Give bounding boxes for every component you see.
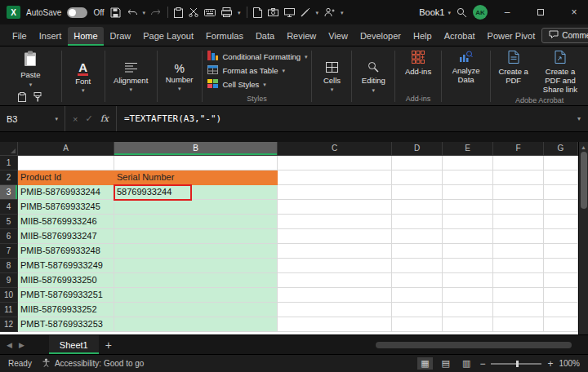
cell-F5[interactable] [493, 215, 544, 229]
save-icon[interactable] [110, 7, 121, 18]
formula-input[interactable]: =TEXTAFTER(A3,"-") [117, 113, 570, 124]
row-header-6[interactable]: 6 [0, 229, 18, 244]
normal-view-button[interactable]: ▦ [417, 357, 432, 370]
new-document-icon[interactable] [253, 7, 262, 18]
cell-D9[interactable] [392, 273, 443, 288]
cell-B6[interactable] [114, 229, 278, 244]
select-all-button[interactable] [0, 142, 18, 156]
column-header-D[interactable]: D [392, 142, 443, 156]
cell-D7[interactable] [392, 244, 443, 259]
cell-G11[interactable] [544, 303, 578, 317]
page-layout-view-button[interactable]: ▤ [439, 357, 453, 370]
expand-formula-bar-icon[interactable]: ▾ [570, 115, 588, 122]
cell-C12[interactable] [278, 317, 392, 332]
zoom-level[interactable]: 100% [559, 359, 580, 368]
column-header-F[interactable]: F [493, 142, 544, 156]
cell-D10[interactable] [392, 288, 443, 303]
print-icon[interactable] [221, 7, 232, 17]
cell-E4[interactable] [443, 200, 493, 215]
cell-C5[interactable] [278, 215, 392, 229]
column-header-B[interactable]: B [114, 142, 278, 156]
menu-tab-acrobat[interactable]: Acrobat [439, 27, 481, 46]
cell-E11[interactable] [443, 303, 493, 317]
addins-button[interactable]: Add-ins [402, 49, 434, 78]
menu-tab-data[interactable]: Data [250, 27, 280, 46]
cell-G1[interactable] [544, 156, 578, 170]
insert-function-icon[interactable]: fx [100, 113, 109, 124]
cell-G8[interactable] [544, 259, 578, 273]
cell-A3[interactable]: PMIB-58769933244 [18, 185, 114, 200]
page-break-view-button[interactable]: ▥ [459, 357, 474, 370]
cell-E2[interactable] [443, 170, 493, 185]
sheet-tab-sheet1[interactable]: Sheet1 [49, 335, 99, 354]
zoom-out-button[interactable]: − [479, 358, 485, 370]
create-pdf-share-button[interactable]: Create a PDF and Share link [535, 49, 586, 96]
person-dropdown-icon[interactable]: ▾ [341, 10, 344, 16]
cell-G2[interactable] [544, 170, 578, 185]
cell-D12[interactable] [392, 317, 443, 332]
format-as-table-button[interactable]: Format as Table ▾ [204, 64, 309, 78]
cell-F10[interactable] [493, 288, 544, 303]
cell-E9[interactable] [443, 273, 493, 288]
cell-styles-button[interactable]: Cell Styles ▾ [204, 78, 309, 91]
cell-A9[interactable]: MIIB-58769933250 [18, 273, 114, 288]
comments-button[interactable]: Comments [541, 28, 588, 43]
cell-E12[interactable] [443, 317, 493, 332]
cell-C4[interactable] [278, 200, 392, 215]
cell-G6[interactable] [544, 229, 578, 244]
cell-C11[interactable] [278, 303, 392, 317]
row-header-9[interactable]: 9 [0, 273, 18, 288]
cell-D2[interactable] [392, 170, 443, 185]
row-header-7[interactable]: 7 [0, 244, 18, 259]
cell-D6[interactable] [392, 229, 443, 244]
cell-G7[interactable] [544, 244, 578, 259]
row-header-8[interactable]: 8 [0, 259, 18, 273]
add-person-icon[interactable] [324, 7, 335, 17]
row-header-3[interactable]: 3 [0, 185, 18, 200]
cell-B11[interactable] [114, 303, 278, 317]
cell-F8[interactable] [493, 259, 544, 273]
column-header-G[interactable]: G [544, 142, 578, 156]
analyze-data-button[interactable]: Analyze Data [444, 49, 488, 86]
cell-G12[interactable] [544, 317, 578, 332]
accessibility-status[interactable]: Accessibility: Good to go [42, 358, 145, 369]
cell-D4[interactable] [392, 200, 443, 215]
cell-F11[interactable] [493, 303, 544, 317]
cell-C6[interactable] [278, 229, 392, 244]
search-icon[interactable] [457, 7, 467, 18]
cell-B12[interactable] [114, 317, 278, 332]
cells-button[interactable]: Cells ▾ [320, 60, 344, 95]
cell-A7[interactable]: PMIB-58769933248 [18, 244, 114, 259]
cell-D1[interactable] [392, 156, 443, 170]
menu-tab-view[interactable]: View [323, 27, 354, 46]
cell-F3[interactable] [493, 185, 544, 200]
cell-G9[interactable] [544, 273, 578, 288]
sheet-nav-left-icon[interactable]: ◀ [7, 341, 12, 349]
pen-dropdown-icon[interactable]: ▾ [316, 10, 319, 16]
close-button[interactable]: × [560, 0, 588, 24]
vertical-scrollbar[interactable]: ▲ [578, 142, 588, 334]
autosave-toggle[interactable] [67, 7, 87, 18]
cell-A4[interactable]: PIMB-58769933245 [18, 200, 114, 215]
undo-icon[interactable] [127, 8, 137, 17]
clipboard-icon[interactable] [174, 7, 183, 18]
minimize-button[interactable]: – [493, 0, 521, 24]
sheet-nav-right-icon[interactable]: ▶ [19, 341, 24, 349]
menu-tab-file[interactable]: File [7, 27, 33, 46]
editing-button[interactable]: Editing ▾ [359, 60, 389, 95]
cell-B7[interactable] [114, 244, 278, 259]
menu-tab-power-pivot[interactable]: Power Pivot [482, 27, 541, 46]
column-header-C[interactable]: C [278, 142, 392, 156]
cell-B2[interactable]: Serial Number [114, 170, 278, 185]
cell-G10[interactable] [544, 288, 578, 303]
cell-A10[interactable]: PMBT-58769933251 [18, 288, 114, 303]
zoom-slider-thumb[interactable] [516, 361, 519, 367]
redo-icon[interactable] [151, 8, 162, 17]
cell-C1[interactable] [278, 156, 392, 170]
cell-E5[interactable] [443, 215, 493, 229]
alignment-button[interactable]: Alignment ▾ [110, 60, 151, 95]
number-button[interactable]: % Number ▾ [163, 61, 197, 94]
draw-pen-icon[interactable] [301, 7, 310, 17]
paste-button[interactable]: Paste ▾ [17, 49, 43, 89]
menu-tab-formulas[interactable]: Formulas [200, 27, 249, 46]
